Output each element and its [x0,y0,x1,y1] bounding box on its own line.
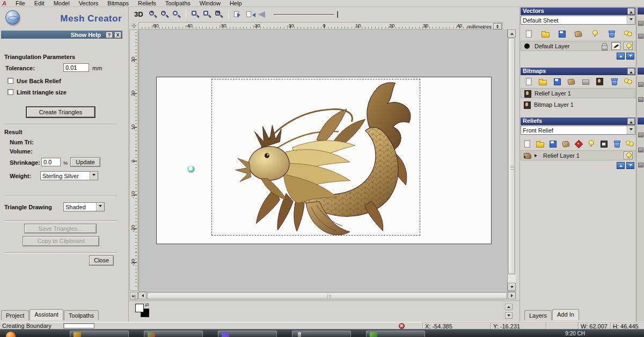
delete-layer-icon[interactable] [612,140,620,147]
reliefs-collapse-button[interactable] [627,118,635,124]
help-button[interactable]: ? [106,32,113,38]
toggle-visibility-icon[interactable] [587,140,595,147]
new-sheet-icon[interactable] [524,30,532,37]
show-all-layers-icon[interactable] [624,77,632,85]
bitmap-layer-row[interactable]: Relief Layer 1 [521,88,635,98]
merge-layer-icon[interactable] [567,77,575,85]
create-triangles-button[interactable]: Create Triangles [26,107,95,118]
zoom-slider[interactable] [274,11,343,18]
tolerance-input[interactable] [63,63,89,72]
view-wedge-icon[interactable] [258,11,265,18]
new-bitmap-icon[interactable] [524,77,532,85]
vertical-scrollbar[interactable] [507,30,516,291]
menu-toolpaths[interactable]: Toolpaths [165,0,191,6]
save-icon[interactable] [553,77,561,85]
layer-color-icon[interactable] [523,42,531,50]
weight-dropdown-arrow-icon[interactable] [90,172,98,180]
open-folder-icon[interactable] [541,30,549,37]
use-back-relief-checkbox[interactable] [8,78,13,84]
view-previous-icon[interactable] [246,11,255,18]
copy-to-clipboard-button[interactable]: Copy to Clipboard [23,236,99,246]
layer-visible-button[interactable] [624,42,633,50]
menu-edit[interactable]: Edit [34,0,45,6]
swap-colors-icon[interactable]: ⇄ [145,302,149,307]
start-button[interactable] [5,331,16,337]
save-icon[interactable] [558,30,566,37]
zoom-object-icon[interactable] [191,10,200,19]
merge-layer-icon[interactable] [574,30,582,37]
palette-down-button[interactable] [505,312,513,319]
vector-layer-row[interactable]: Default Layer [521,41,635,51]
vertical-scroll-thumb[interactable] [508,38,515,274]
scroll-right-button[interactable] [508,292,516,299]
open-folder-icon[interactable] [538,77,546,85]
tab-assistant[interactable]: Assistant [30,309,63,320]
cancel-operation-button[interactable]: ✕ [399,323,405,329]
canvas-corner-button[interactable]: ▸| [130,292,138,299]
move-layer-up-button[interactable] [617,162,625,169]
merge-layer-icon[interactable] [561,140,569,147]
horizontal-scrollbar[interactable] [138,291,516,300]
model-viewport[interactable] [138,30,507,291]
layer-visible-button[interactable] [624,151,633,159]
scroll-down-button[interactable] [508,283,516,291]
zoom-page-icon[interactable] [203,10,211,19]
tab-layers[interactable]: Layers [524,310,552,320]
toggle-visibility-icon[interactable] [590,30,598,37]
edit-layer-button[interactable] [611,42,620,50]
tab-add-in[interactable]: Add In [552,309,579,320]
move-layer-up-button[interactable] [617,53,625,60]
menu-help[interactable]: Help [230,0,242,6]
close-panel-button[interactable]: X [114,32,121,38]
relief-selection-dropdown-arrow-icon[interactable] [627,126,635,134]
image-icon[interactable] [595,77,603,85]
tab-project[interactable]: Project [1,310,29,320]
export-relief-icon[interactable] [599,140,608,147]
open-folder-icon[interactable] [536,140,544,147]
menu-bitmaps[interactable]: Bitmaps [107,0,129,6]
bitmaps-collapse-button[interactable] [627,68,635,75]
tab-toolpaths[interactable]: Toolpaths [64,310,99,320]
move-layer-down-button[interactable] [626,162,634,169]
zoom-previous-icon[interactable] [172,10,181,19]
taskbar-app-button[interactable] [144,331,203,337]
triangle-drawing-dropdown-arrow-icon[interactable] [96,203,104,211]
limit-triangle-size-checkbox[interactable] [8,89,13,95]
gray-swatch-icon[interactable] [581,77,589,85]
view-next-icon[interactable] [233,11,243,18]
move-layer-down-button[interactable] [626,53,634,60]
bitmap-layer-row[interactable]: Bitmap Layer 1 [521,99,635,109]
horizontal-scroll-thumb[interactable] [147,292,507,299]
show-help-link[interactable]: Show Help [71,32,101,38]
scroll-up-button[interactable] [508,30,516,38]
save-triangles-button[interactable]: Save Triangles... [24,224,97,233]
relief-layer-row[interactable]: Relief Layer 1 [521,150,635,160]
triangle-drawing-select[interactable]: Shaded [63,202,105,211]
show-all-layers-icon[interactable] [624,30,632,37]
menu-reliefs[interactable]: Reliefs [138,0,156,6]
ruler-origin-icon[interactable]: ✣ [130,23,138,30]
relief-selection-select[interactable]: Front Relief [521,126,635,135]
zoom-out-icon[interactable]: − [160,10,169,19]
close-button[interactable]: Close [89,255,114,266]
taskbar-app-button[interactable] [366,331,425,337]
scroll-left-button[interactable] [138,292,147,299]
update-button[interactable]: Update [70,157,100,167]
taskbar-app-button[interactable] [70,331,129,337]
show-all-layers-icon[interactable] [625,140,633,147]
menu-model[interactable]: Model [54,0,70,6]
new-relief-icon[interactable] [523,140,531,147]
taskbar-app-button[interactable] [218,331,277,337]
expand-arrow-icon[interactable] [535,154,539,157]
shrinkage-input[interactable] [41,158,61,166]
vector-sheet-dropdown-arrow-icon[interactable] [627,16,635,24]
menu-window[interactable]: Window [200,0,221,6]
zoom-selection-icon[interactable]: % [215,10,223,19]
primary-color-swatch[interactable] [135,304,144,312]
delete-layer-icon[interactable] [607,30,615,37]
lock-icon[interactable] [600,42,608,50]
palette-up-button[interactable] [505,304,513,310]
vectors-collapse-button[interactable] [627,8,635,14]
zoom-in-icon[interactable]: + [149,10,157,19]
taskbar-app-button[interactable] [292,331,351,337]
